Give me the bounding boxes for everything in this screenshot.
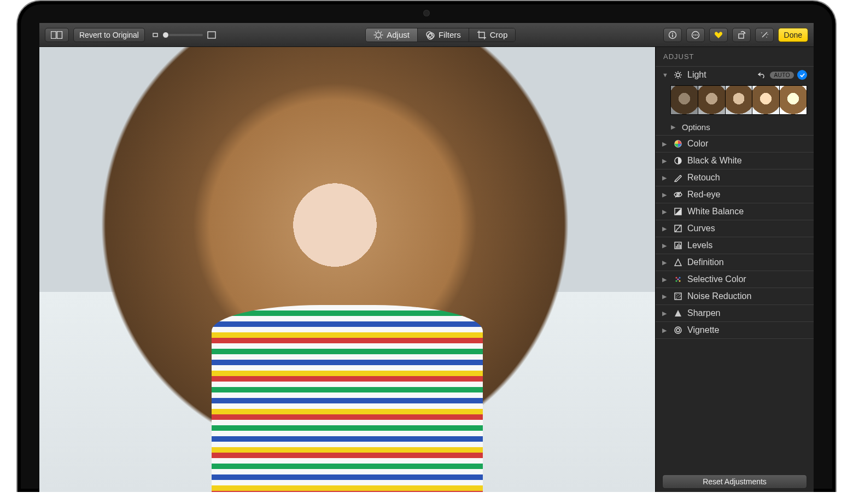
row-color[interactable]: ▶Color xyxy=(656,136,814,152)
light-icon xyxy=(673,71,683,79)
light-preview-5[interactable] xyxy=(779,85,807,115)
red-eye-icon xyxy=(673,190,683,199)
chevron-right-icon: ▶ xyxy=(662,174,669,181)
photo-canvas[interactable] xyxy=(39,47,655,492)
svg-point-25 xyxy=(766,37,767,38)
info-icon xyxy=(668,31,677,39)
row-selective-color-label: Selective Color xyxy=(687,274,807,284)
row-levels[interactable]: ▶Levels xyxy=(656,237,814,254)
favorite-button[interactable] xyxy=(709,28,728,42)
light-preview-strip[interactable] xyxy=(656,83,814,119)
more-button[interactable] xyxy=(686,28,705,42)
chevron-down-icon: ▼ xyxy=(662,72,669,78)
svg-rect-46 xyxy=(679,243,680,248)
auto-enhance-button[interactable] xyxy=(755,28,774,42)
zoom-thumb[interactable] xyxy=(162,32,169,38)
row-curves-label: Curves xyxy=(687,224,807,233)
svg-point-50 xyxy=(675,280,677,282)
chevron-right-icon: ▶ xyxy=(662,242,669,249)
light-preview-3[interactable] xyxy=(725,85,753,115)
svg-rect-18 xyxy=(672,34,673,37)
chevron-right-icon: ▶ xyxy=(662,293,669,300)
revert-label: Revert to Original xyxy=(79,31,139,39)
zoom-track[interactable] xyxy=(163,34,203,36)
enabled-check[interactable] xyxy=(797,70,807,80)
row-selective-color[interactable]: ▶Selective Color xyxy=(656,271,814,288)
svg-point-62 xyxy=(676,329,680,332)
section-retouch: ▶Retouch xyxy=(656,169,814,186)
zoom-slider[interactable] xyxy=(149,31,218,39)
done-button[interactable]: Done xyxy=(778,28,808,42)
row-light[interactable]: ▼ Light AUTO xyxy=(656,67,814,83)
svg-point-60 xyxy=(680,296,681,297)
row-black-white[interactable]: ▶Black & White xyxy=(656,153,814,169)
black-white-icon xyxy=(673,156,683,165)
tab-filters[interactable]: Filters xyxy=(418,28,469,42)
row-retouch[interactable]: ▶Retouch xyxy=(656,169,814,186)
section-curves: ▶Curves xyxy=(656,220,814,237)
chevron-right-icon: ▶ xyxy=(662,140,669,148)
rotate-button[interactable] xyxy=(732,28,751,42)
svg-line-11 xyxy=(375,37,376,38)
svg-point-4 xyxy=(376,32,381,37)
svg-line-35 xyxy=(675,77,676,78)
revert-button[interactable]: Revert to Original xyxy=(73,28,145,42)
row-red-eye[interactable]: ▶Red-eye xyxy=(656,186,814,203)
svg-line-9 xyxy=(375,32,376,33)
section-definition: ▶Definition xyxy=(656,254,814,271)
sharpen-icon xyxy=(673,309,683,318)
svg-point-49 xyxy=(679,277,680,278)
reset-adjustments-button[interactable]: Reset Adjustments xyxy=(662,474,807,489)
levels-icon xyxy=(673,241,683,250)
zoom-out-icon xyxy=(151,32,159,38)
section-noise-reduction: ▶Noise Reduction xyxy=(656,288,814,305)
row-noise-reduction[interactable]: ▶Noise Reduction xyxy=(656,288,814,304)
tab-adjust[interactable]: Adjust xyxy=(366,28,418,42)
row-definition[interactable]: ▶Definition xyxy=(656,254,814,271)
adjust-panel: ADJUST ▼ Light AUTO xyxy=(655,47,814,492)
row-light-options[interactable]: ▶ Options xyxy=(656,119,814,135)
light-preview-4[interactable] xyxy=(752,85,780,115)
mode-segmented-control: Adjust Filters Crop xyxy=(365,28,516,42)
svg-point-22 xyxy=(697,34,698,36)
svg-point-27 xyxy=(767,34,768,35)
svg-line-24 xyxy=(762,32,767,37)
more-icon xyxy=(691,31,700,39)
undo-icon[interactable] xyxy=(757,72,767,78)
row-light-options-label: Options xyxy=(682,122,807,132)
rotate-icon xyxy=(737,31,746,39)
compare-toggle[interactable] xyxy=(45,28,69,42)
auto-pill[interactable]: AUTO xyxy=(770,72,794,79)
row-sharpen[interactable]: ▶Sharpen xyxy=(656,305,814,321)
photo-image-detail xyxy=(212,305,482,492)
svg-rect-1 xyxy=(57,31,62,38)
light-preview-2[interactable] xyxy=(698,85,726,115)
svg-point-26 xyxy=(761,32,762,33)
row-vignette[interactable]: ▶Vignette xyxy=(656,322,814,338)
chevron-right-icon: ▶ xyxy=(662,208,669,215)
svg-point-28 xyxy=(676,73,680,77)
info-button[interactable] xyxy=(663,28,682,42)
row-sharpen-label: Sharpen xyxy=(687,308,807,318)
svg-rect-45 xyxy=(677,244,679,248)
svg-point-58 xyxy=(679,297,680,298)
row-red-eye-label: Red-eye xyxy=(687,190,807,200)
chevron-right-icon: ▶ xyxy=(662,276,669,283)
svg-rect-0 xyxy=(51,31,56,38)
chevron-right-icon: ▶ xyxy=(662,157,669,165)
panel-title: ADJUST xyxy=(656,47,814,67)
compare-icon xyxy=(51,31,63,39)
light-preview-1[interactable] xyxy=(670,85,698,115)
chevron-right-icon: ▶ xyxy=(662,259,669,266)
noise-reduction-icon xyxy=(673,292,683,301)
row-white-balance[interactable]: ▶White Balance xyxy=(656,203,814,220)
selective-color-icon xyxy=(673,275,683,284)
svg-rect-44 xyxy=(676,246,677,248)
section-selective-color: ▶Selective Color xyxy=(656,271,814,288)
color-icon xyxy=(673,139,683,148)
svg-point-54 xyxy=(676,294,677,295)
svg-rect-47 xyxy=(680,245,681,248)
row-curves[interactable]: ▶Curves xyxy=(656,220,814,237)
tab-crop[interactable]: Crop xyxy=(469,28,516,42)
chevron-right-icon: ▶ xyxy=(662,225,669,232)
